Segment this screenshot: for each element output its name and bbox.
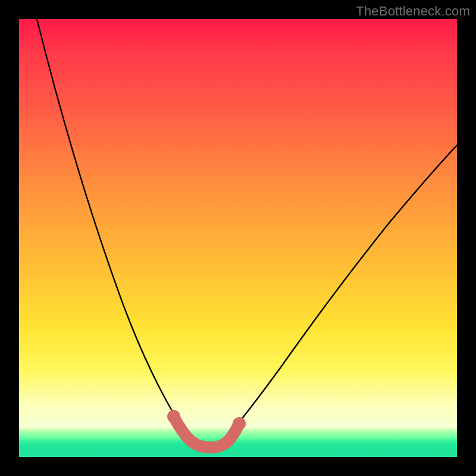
optimal-range-marker-left xyxy=(167,410,180,423)
watermark-text: TheBottleneck.com xyxy=(356,4,470,19)
outer-frame: TheBottleneck.com xyxy=(0,0,476,476)
bottleneck-curve-svg xyxy=(19,19,457,457)
optimal-range-marker-right xyxy=(233,417,246,430)
curve-right-branch xyxy=(227,145,457,437)
curve-left-branch xyxy=(37,19,189,437)
optimal-range-band xyxy=(175,419,238,447)
plot-area xyxy=(19,19,457,457)
